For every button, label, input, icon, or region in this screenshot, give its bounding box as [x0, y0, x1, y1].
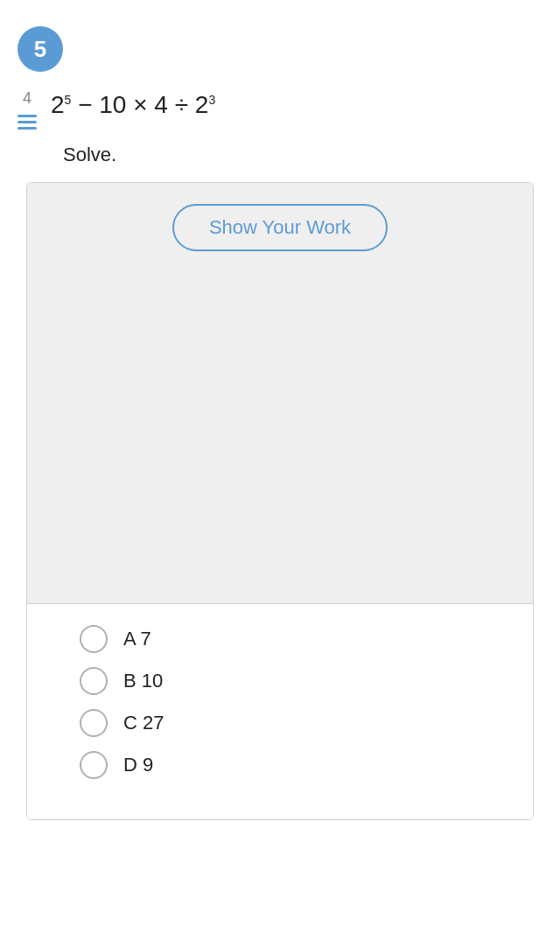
- svg-rect-1: [18, 121, 37, 123]
- answer-option-c: C 27: [80, 709, 515, 737]
- answers-section: A 7 B 10 C 27 D 9: [27, 603, 533, 819]
- answer-option-a: A 7: [80, 625, 515, 653]
- answer-label-d: D 9: [123, 754, 153, 776]
- answer-label-a: A 7: [123, 628, 151, 650]
- question-icon: [18, 115, 37, 135]
- instruction-text: Solve.: [63, 144, 542, 166]
- radio-b[interactable]: [80, 667, 108, 695]
- radio-d[interactable]: [80, 751, 108, 779]
- show-your-work-section: Show Your Work: [27, 183, 533, 603]
- answer-label-c: C 27: [123, 712, 164, 734]
- radio-a[interactable]: [80, 625, 108, 653]
- question-badge: 5: [18, 26, 63, 72]
- badge-number: 5: [34, 36, 46, 63]
- svg-rect-0: [18, 115, 37, 117]
- work-area-container: Show Your Work A 7 B 10 C 27 D 9: [26, 182, 534, 820]
- answer-option-b: B 10: [80, 667, 515, 695]
- svg-rect-2: [18, 127, 37, 130]
- question-number-small: 4: [18, 88, 37, 109]
- show-your-work-button[interactable]: Show Your Work: [172, 204, 388, 251]
- answer-label-b: B 10: [123, 670, 163, 692]
- equation: 25 − 10 × 4 ÷ 23: [51, 88, 215, 122]
- radio-c[interactable]: [80, 709, 108, 737]
- answer-option-d: D 9: [80, 751, 515, 779]
